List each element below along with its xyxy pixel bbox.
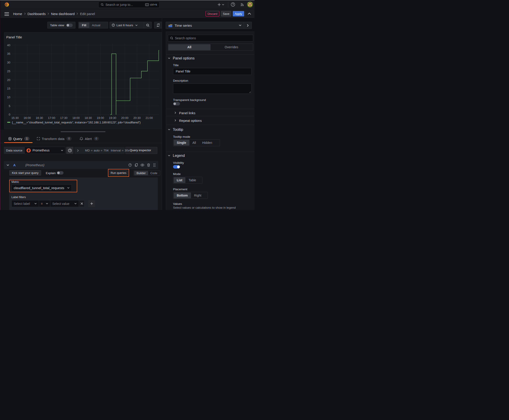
svg-text:18:00: 18:00 <box>72 116 80 120</box>
svg-text:19:30: 19:30 <box>109 116 116 120</box>
svg-text:20:30: 20:30 <box>133 116 141 120</box>
svg-text:17:00: 17:00 <box>48 116 55 120</box>
svg-text:15:30: 15:30 <box>11 116 19 120</box>
svg-text:19:00: 19:00 <box>97 116 104 120</box>
svg-text:10: 10 <box>7 96 10 99</box>
svg-text:25: 25 <box>7 69 10 73</box>
svg-text:40: 40 <box>7 44 10 47</box>
svg-text:16:00: 16:00 <box>23 116 31 120</box>
svg-text:35: 35 <box>7 52 10 55</box>
svg-text:18:30: 18:30 <box>85 116 92 120</box>
svg-text:20: 20 <box>7 78 10 82</box>
svg-text:30: 30 <box>7 61 10 64</box>
svg-text:5: 5 <box>9 104 10 108</box>
svg-text:20:00: 20:00 <box>121 116 129 120</box>
svg-text:16:30: 16:30 <box>36 116 43 120</box>
svg-text:21:00: 21:00 <box>146 116 153 120</box>
svg-text:0: 0 <box>9 113 10 116</box>
svg-text:17:30: 17:30 <box>60 116 68 120</box>
svg-text:15: 15 <box>7 87 10 90</box>
